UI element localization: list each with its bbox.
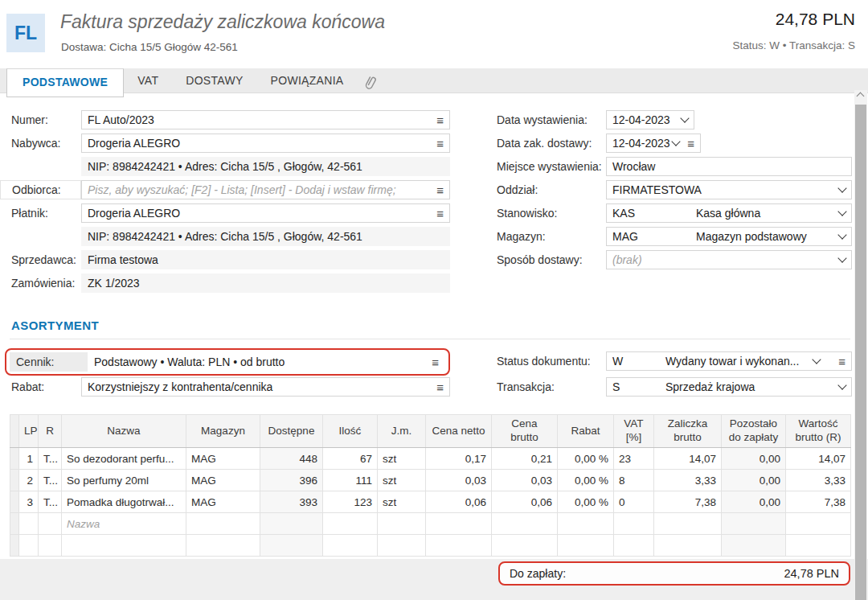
left-form: Numer: FL Auto/2023 ≡ Nabywca: Drogeria … bbox=[0, 110, 450, 297]
chevron-down-icon[interactable] bbox=[837, 230, 846, 239]
magazyn-label: Magazyn: bbox=[485, 230, 606, 243]
col-rabat[interactable]: Rabat bbox=[558, 415, 614, 448]
col-nazwa[interactable]: Nazwa bbox=[62, 415, 186, 448]
cennik-label: Cennik: bbox=[10, 352, 88, 372]
status-dokumentu-row: Status dokumentu: W Wydany towar i wykon… bbox=[485, 351, 852, 371]
zamowienia-label: Zamówienia: bbox=[0, 277, 81, 290]
col-cena-brutto[interactable]: Cena brutto bbox=[492, 415, 558, 448]
nabywca-label: Nabywca: bbox=[0, 137, 81, 150]
rabat-input[interactable]: Korzystniejszy z kontrahenta/cennika ≡ bbox=[81, 377, 450, 397]
page-title: Faktura sprzedaży zaliczkowa końcowa bbox=[60, 11, 385, 33]
data-zak-dostawy-row: Data zak. dostawy: 12-04-2023 ≡ bbox=[485, 134, 852, 153]
asortyment-section-title: ASORTYMENT bbox=[11, 318, 99, 332]
chevron-down-icon[interactable] bbox=[837, 253, 846, 262]
data-zak-dostawy-select[interactable]: 12-04-2023 ≡ bbox=[606, 134, 701, 153]
numer-input[interactable]: FL Auto/2023 ≡ bbox=[81, 110, 450, 129]
tab-powiazania[interactable]: POWIĄZANIA bbox=[257, 68, 358, 93]
new-item-nazwa-input[interactable]: Nazwa bbox=[62, 513, 186, 535]
odbiorca-label: Odbiorca: bbox=[0, 180, 81, 199]
platnik-input[interactable]: Drogeria ALEGRO ≡ bbox=[81, 203, 450, 223]
col-ilosc[interactable]: Ilość bbox=[323, 415, 378, 448]
sposob-dostawy-row: Sposób dostawy: (brak) bbox=[485, 250, 852, 269]
nabywca-info: NIP: 8984242421 • Adres: Cicha 15/5 , Gł… bbox=[81, 157, 450, 176]
col-lp[interactable]: LP bbox=[19, 415, 39, 448]
oddzial-label: Oddział: bbox=[485, 183, 606, 196]
col-r[interactable]: R bbox=[39, 415, 62, 448]
oddzial-row: Oddział: FIRMATESTOWA bbox=[485, 180, 852, 199]
oddzial-select[interactable]: FIRMATESTOWA bbox=[606, 180, 852, 199]
sposob-dostawy-label: Sposób dostawy: bbox=[485, 253, 606, 266]
magazyn-row: Magazyn: MAG Magazyn podstawowy bbox=[485, 227, 852, 246]
sprzedawca-value: Firma testowa bbox=[81, 250, 450, 269]
col-magazyn[interactable]: Magazyn bbox=[186, 415, 260, 448]
cennik-annotation-box: Cennik: Podstawowy • Waluta: PLN • od br… bbox=[5, 348, 450, 376]
zamowienia-row: Zamówienia: ZK 1/2023 bbox=[0, 273, 450, 293]
table-row: 3 T... Pomadka długotrwał... MAG 393 123… bbox=[10, 491, 851, 513]
data-zak-dostawy-menu-icon[interactable]: ≡ bbox=[682, 138, 694, 150]
numer-label: Numer: bbox=[0, 113, 81, 126]
data-zak-dostawy-label: Data zak. dostawy: bbox=[485, 137, 606, 150]
tab-vat[interactable]: VAT bbox=[124, 68, 172, 93]
table-new-item-row: Nazwa bbox=[10, 513, 851, 535]
section-divider bbox=[10, 339, 850, 339]
odbiorca-menu-icon[interactable]: ≡ bbox=[432, 184, 444, 196]
status-dokumentu-menu-icon[interactable]: ≡ bbox=[833, 355, 845, 368]
chevron-down-icon[interactable] bbox=[837, 183, 846, 192]
miejsce-wystawienia-input[interactable]: Wrocław bbox=[606, 157, 852, 176]
sprzedawca-row: Sprzedawca: Firma testowa bbox=[0, 250, 450, 269]
col-dostepne[interactable]: Dostępne bbox=[260, 415, 323, 448]
do-zaplaty-annotation-box: Do zapłaty: 24,78 PLN bbox=[498, 561, 850, 586]
rabat-row: Rabat: Korzystniejszy z kontrahenta/cenn… bbox=[0, 377, 450, 397]
platnik-row: Płatnik: Drogeria ALEGRO ≡ bbox=[0, 203, 450, 223]
col-cena-netto[interactable]: Cena netto bbox=[426, 415, 492, 448]
document-total-amount: 24,78 PLN bbox=[776, 10, 855, 29]
platnik-info: NIP: 8984242421 • Adres: Cicha 15/5 , Gł… bbox=[81, 227, 450, 246]
invoice-window: FL Faktura sprzedaży zaliczkowa końcowa … bbox=[0, 0, 868, 600]
rabat-label: Rabat: bbox=[0, 380, 81, 393]
col-pozostalo[interactable]: Pozostało do zapłaty bbox=[722, 415, 786, 448]
delivery-address-subtitle: Dostawa: Cicha 15/5 Głogów 42-561 bbox=[61, 41, 238, 53]
tab-podstawowe[interactable]: PODSTAWOWE bbox=[6, 68, 124, 97]
chevron-down-icon[interactable] bbox=[680, 113, 689, 122]
magazyn-select[interactable]: MAG Magazyn podstawowy bbox=[606, 227, 852, 246]
transakcja-select[interactable]: S Sprzedaż krajowa bbox=[606, 377, 852, 397]
col-wartosc-brutto[interactable]: Wartość brutto (R) bbox=[786, 415, 851, 448]
numer-row: Numer: FL Auto/2023 ≡ bbox=[0, 110, 450, 129]
attachments-paperclip-icon[interactable] bbox=[357, 68, 383, 95]
chevron-down-icon[interactable] bbox=[837, 380, 846, 389]
col-vat[interactable]: VAT [%] bbox=[614, 415, 654, 448]
col-zaliczka-brutto[interactable]: Zaliczka brutto bbox=[654, 415, 722, 448]
rabat-menu-icon[interactable]: ≡ bbox=[432, 381, 444, 393]
platnik-menu-icon[interactable]: ≡ bbox=[432, 208, 444, 220]
scroll-up-icon[interactable] bbox=[857, 92, 865, 101]
numer-menu-icon[interactable]: ≡ bbox=[432, 114, 444, 126]
sposob-dostawy-select[interactable]: (brak) bbox=[606, 250, 852, 269]
col-jm[interactable]: J.m. bbox=[378, 415, 426, 448]
nabywca-input[interactable]: Drogeria ALEGRO ≡ bbox=[81, 134, 450, 153]
status-dokumentu-select[interactable]: W Wydany towar i wykonan... ≡ bbox=[606, 351, 852, 371]
data-wystawienia-select[interactable]: 12-04-2023 bbox=[606, 110, 694, 129]
vertical-scrollbar[interactable] bbox=[854, 90, 867, 600]
document-type-badge: FL bbox=[6, 14, 45, 52]
document-header: FL Faktura sprzedaży zaliczkowa końcowa … bbox=[0, 0, 868, 68]
chevron-down-icon[interactable] bbox=[837, 207, 846, 216]
sprzedawca-label: Sprzedawca: bbox=[0, 253, 81, 266]
nabywca-row: Nabywca: Drogeria ALEGRO ≡ bbox=[0, 134, 450, 153]
cennik-menu-icon[interactable]: ≡ bbox=[427, 356, 439, 368]
table-empty-row bbox=[10, 535, 851, 557]
miejsce-wystawienia-row: Miejsce wystawienia: Wrocław bbox=[485, 157, 852, 176]
cennik-input[interactable]: Podstawowy • Waluta: PLN • od brutto ≡ bbox=[88, 352, 445, 372]
right-form: Data wystawienia: 12-04-2023 Data zak. d… bbox=[485, 110, 852, 273]
stanowisko-label: Stanowisko: bbox=[485, 207, 606, 220]
nabywca-menu-icon[interactable]: ≡ bbox=[432, 138, 444, 150]
chevron-down-icon[interactable] bbox=[672, 137, 681, 146]
tab-dostawy[interactable]: DOSTAWY bbox=[172, 68, 256, 93]
chevron-down-icon[interactable] bbox=[812, 355, 821, 364]
odbiorca-input[interactable]: Pisz, aby wyszukać; [F2] - Lista; [Inser… bbox=[81, 180, 450, 199]
do-zaplaty-value: 24,78 PLN bbox=[784, 567, 839, 580]
scrollbar-thumb[interactable] bbox=[855, 105, 866, 600]
transakcja-label: Transakcja: bbox=[485, 380, 606, 393]
stanowisko-select[interactable]: KAS Kasa główna bbox=[606, 203, 852, 223]
tab-bar: PODSTAWOWE VAT DOSTAWY POWIĄZANIA bbox=[0, 68, 868, 93]
status-dokumentu-label: Status dokumentu: bbox=[485, 355, 606, 368]
